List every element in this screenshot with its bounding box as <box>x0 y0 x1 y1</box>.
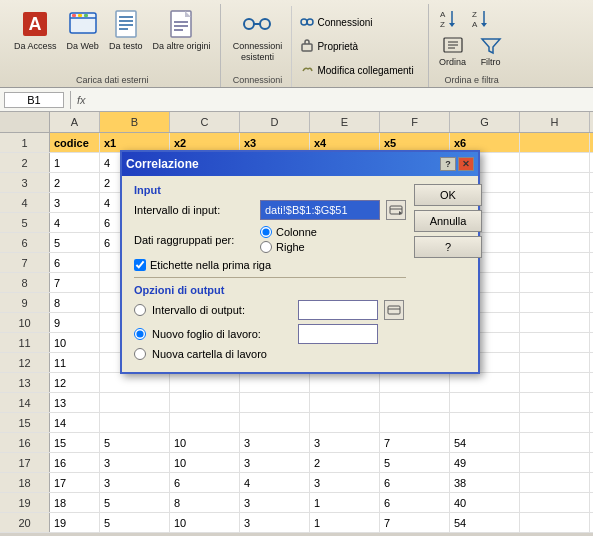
grouped-by-label: Dati raggruppati per: <box>134 234 254 246</box>
dialog-close-btn[interactable]: ✕ <box>458 157 474 171</box>
output-range-radio[interactable] <box>134 304 146 316</box>
correlazione-dialog: Correlazione ? ✕ Input Intervallo di inp… <box>120 150 480 374</box>
new-sheet-radio[interactable] <box>134 328 146 340</box>
output-section-label: Opzioni di output <box>134 284 406 296</box>
colonne-radio-row: Colonne <box>260 226 317 238</box>
output-range-field[interactable] <box>298 300 378 320</box>
input-range-row: Intervallo di input: <box>134 200 406 220</box>
new-sheet-field[interactable] <box>298 324 378 344</box>
ok-button[interactable]: OK <box>414 184 482 206</box>
righe-radio-row: Righe <box>260 241 317 253</box>
input-range-label: Intervallo di input: <box>134 204 254 216</box>
help-button[interactable]: ? <box>414 236 482 258</box>
input-section-label: Input <box>134 184 406 196</box>
group-by-radio-group: Colonne Righe <box>260 226 317 253</box>
labels-label: Etichette nella prima riga <box>150 259 271 271</box>
dialog-title: Correlazione <box>126 157 199 171</box>
labels-checkbox-row: Etichette nella prima riga <box>134 259 406 271</box>
new-workbook-label: Nuova cartella di lavoro <box>152 348 292 360</box>
righe-radio[interactable] <box>260 241 272 253</box>
divider <box>134 277 406 278</box>
new-workbook-radio[interactable] <box>134 348 146 360</box>
new-sheet-label: Nuovo foglio di lavoro: <box>152 328 292 340</box>
colonne-label: Colonne <box>276 226 317 238</box>
labels-checkbox[interactable] <box>134 259 146 271</box>
new-sheet-row: Nuovo foglio di lavoro: <box>134 324 406 344</box>
cancel-button[interactable]: Annulla <box>414 210 482 232</box>
svg-rect-39 <box>388 306 400 314</box>
output-range-label: Intervallo di output: <box>152 304 292 316</box>
output-range-row: Intervallo di output: <box>134 300 406 320</box>
dialog-body: Input Intervallo di input: Dati raggrupp… <box>122 176 478 372</box>
dialog-titlebar: Correlazione ? ✕ <box>122 152 478 176</box>
input-range-browse-btn[interactable] <box>386 200 406 220</box>
input-range-field[interactable] <box>260 200 380 220</box>
colonne-radio[interactable] <box>260 226 272 238</box>
grouped-by-row: Dati raggruppati per: Colonne Righe <box>134 226 406 253</box>
dialog-overlay: Correlazione ? ✕ Input Intervallo di inp… <box>0 0 593 533</box>
dialog-help-title-btn[interactable]: ? <box>440 157 456 171</box>
output-range-browse-btn[interactable] <box>384 300 404 320</box>
dialog-title-buttons: ? ✕ <box>440 157 474 171</box>
righe-label: Righe <box>276 241 305 253</box>
new-workbook-row: Nuova cartella di lavoro <box>134 348 406 360</box>
